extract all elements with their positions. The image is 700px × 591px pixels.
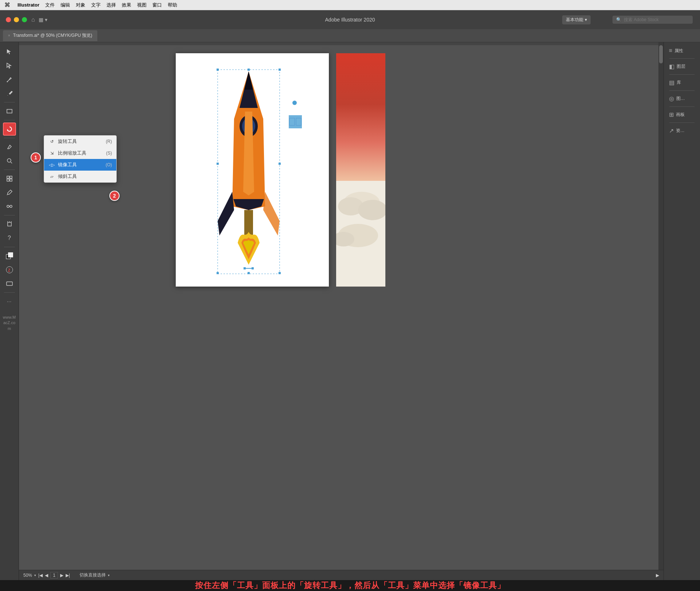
menu-select[interactable]: 选择 [106,2,116,8]
svg-line-4 [11,162,12,163]
layers-label: 图层 [677,63,685,70]
direct-select-tool-button[interactable] [3,59,16,72]
menu-window[interactable]: 窗口 [152,2,162,8]
minimize-window-button[interactable] [14,17,19,22]
eraser-tool-button[interactable] [3,140,16,153]
main-layout: ? Z ··· www.MacZ.com [0,42,700,580]
measure-tool-button[interactable]: ? [3,232,16,245]
shear-icon: ▱ [48,174,55,179]
menu-view[interactable]: 视图 [137,2,147,8]
blend-tool-button[interactable] [3,200,16,213]
svg-point-11 [10,205,12,207]
tool-selector[interactable]: 切换直接选择 [79,572,106,578]
svg-rect-13 [8,222,11,226]
svg-rect-22 [7,282,12,285]
step-badge-2: 2 [109,191,120,201]
svg-rect-24 [217,69,219,71]
tab-bar: × Transform.ai* @ 50% (CMYK/GPU 预览) [0,29,700,42]
menu-edit[interactable]: 编辑 [61,2,70,8]
shape-builder-button[interactable] [3,172,16,185]
status-bar: 50% ▾ |◀ ◀ 1 ▶ ▶| 切换直接选择 ▾ ▶ [19,570,664,580]
scale-tool-menu-item[interactable]: ⇲ 比例缩放工具 (S) [44,147,116,159]
layout-icon[interactable]: ▦ ▾ [39,17,47,23]
menu-effect[interactable]: 效果 [122,2,131,8]
rocket-illustration [176,53,329,287]
bottom-instruction-bar: 按住左侧「工具」面板上的「旋转工具」，然后从「工具」菜单中选择「镜像工具」 [0,580,700,591]
app-title: Adobe Illustrator 2020 [325,17,375,23]
zoom-down-arrow[interactable]: ▾ [34,573,36,577]
toolbar-separator-4 [4,170,15,170]
menu-help[interactable]: 帮助 [168,2,177,8]
color-mode-button[interactable]: Z [3,263,16,276]
fill-stroke-button[interactable] [3,249,16,263]
libraries-panel-button[interactable]: ▤ 库 [666,77,698,88]
shear-tool-menu-item[interactable]: ▱ 倾斜工具 [44,171,116,182]
libraries-label: 库 [677,79,681,86]
side-artboard [336,53,385,287]
tool-selector-arrow[interactable]: ▾ [108,573,110,577]
close-window-button[interactable] [6,17,11,22]
left-toolbar: ? Z ··· www.MacZ.com [0,42,19,580]
select-tool-button[interactable] [3,45,16,58]
maximize-window-button[interactable] [22,17,27,22]
nav-next-next[interactable]: ▶| [66,573,70,578]
nav-prev-prev[interactable]: |◀ [38,573,43,578]
stock-search-bar[interactable]: 🔍 [612,16,693,24]
assets-icon: ↗ [669,127,674,134]
more-tools-button[interactable]: ··· [3,295,16,308]
assets-panel-button[interactable]: ↗ 资… [666,125,698,136]
apple-menu[interactable]: ⌘ [4,1,10,8]
vertical-scrollbar[interactable] [658,42,664,575]
document-tab[interactable]: × Transform.ai* @ 50% (CMYK/GPU 预览) [3,30,97,41]
pencil-tool-button[interactable] [3,87,16,100]
pen-tool-button[interactable] [3,73,16,86]
floating-dot [292,101,297,105]
zoom-value[interactable]: 50% [23,573,32,578]
window-controls [0,17,27,22]
rectangle-tool-button[interactable] [3,105,16,118]
status-arrow-right[interactable]: ▶ [656,573,659,578]
layers-icon: ◧ [669,63,674,70]
watermark-text: www.MacZ.com [0,312,19,334]
zoom-tool-button[interactable] [3,154,16,167]
menu-object[interactable]: 对象 [76,2,85,8]
image-panel-button[interactable]: ◎ 图… [666,93,698,104]
clouds-area [336,181,385,287]
artboard-tool-button[interactable] [3,218,16,231]
panel-separator-4 [669,106,695,107]
reflect-tool-menu-item[interactable]: ◁▷ 镜像工具 (O) [44,159,116,171]
search-input[interactable] [624,17,689,22]
rotate-tool-menu-item[interactable]: ↺ 旋转工具 (R) [44,136,116,147]
artboards-icon: ⊞ [669,111,674,118]
workspace-button[interactable]: 基本功能 ▾ [562,15,591,24]
svg-line-9 [7,194,8,195]
gradient-background [336,53,385,181]
toolbar-separator-6 [4,247,15,247]
toolbar-separator-3 [4,138,15,138]
scroll-thumb-vertical[interactable] [659,45,663,63]
toolbar-separator-1 [4,102,15,102]
svg-rect-29 [217,272,219,274]
panel-separator-1 [669,58,695,59]
screen-mode-button[interactable] [3,277,16,290]
layers-panel-button[interactable]: ◧ 图层 [666,61,698,72]
artboards-panel-button[interactable]: ⊞ 画板 [666,109,698,120]
scale-icon: ⇲ [48,151,55,156]
context-menu: ↺ 旋转工具 (R) ⇲ 比例缩放工具 (S) ◁▷ 镜像工具 (O) ▱ 倾斜… [44,135,117,183]
menu-type[interactable]: 文字 [91,2,101,8]
svg-rect-43 [289,118,295,125]
menu-bar: ⌘ Illustrator 文件 编辑 对象 文字 选择 效果 视图 窗口 帮助 [0,0,700,10]
rotate-tool-button[interactable] [3,123,16,136]
properties-icon: ≡ [669,47,672,54]
home-icon[interactable]: ⌂ [31,16,35,23]
properties-panel-button[interactable]: ≡ 属性 [666,45,698,56]
tab-close-button[interactable]: × [8,34,10,38]
page-number[interactable]: 1 [50,572,58,579]
nav-prev[interactable]: ◀ [45,573,48,578]
eyedropper-tool-button[interactable] [3,186,16,199]
menu-file[interactable]: 文件 [45,2,55,8]
nav-next[interactable]: ▶ [60,573,63,578]
rotate-icon: ↺ [48,139,55,144]
menu-illustrator[interactable]: Illustrator [18,2,39,8]
svg-point-10 [7,205,9,207]
